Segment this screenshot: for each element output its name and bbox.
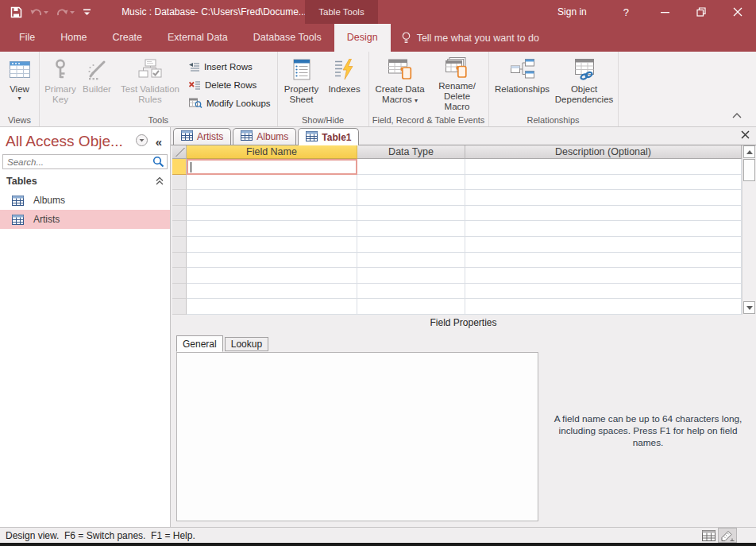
row-selector[interactable]	[172, 206, 187, 222]
document-tab-label: Artists	[197, 131, 223, 142]
nav-item-artists[interactable]: Artists	[0, 210, 170, 229]
tell-me-box[interactable]: Tell me what you want to do	[402, 24, 539, 52]
scroll-up-button[interactable]	[743, 145, 755, 158]
customize-qat-button[interactable]	[83, 9, 91, 16]
data-type-cell[interactable]	[357, 190, 465, 206]
field-name-cell[interactable]	[187, 299, 357, 315]
data-type-cell[interactable]	[357, 221, 465, 237]
search-icon[interactable]	[151, 156, 167, 168]
minimize-button[interactable]	[646, 0, 683, 24]
design-view-icon	[721, 530, 735, 541]
nav-pane-menu-button[interactable]	[136, 134, 148, 149]
close-document-button[interactable]	[741, 130, 750, 139]
row-selector[interactable]	[172, 159, 187, 175]
description-cell[interactable]	[465, 206, 742, 222]
redo-button[interactable]	[56, 7, 75, 17]
ribbon-tab-database-tools[interactable]: Database Tools	[241, 24, 334, 52]
field-properties-label: Field Properties	[171, 315, 756, 330]
nav-group-tables[interactable]: Tables	[0, 172, 170, 191]
ribbon-tab-bar: FileHomeCreateExternal DataDatabase Tool…	[0, 24, 391, 52]
data-type-cell[interactable]	[357, 159, 465, 175]
row-selector[interactable]	[172, 237, 187, 253]
field-name-cell[interactable]	[187, 159, 357, 175]
primary-key-button[interactable]: Primary Key	[42, 53, 79, 112]
vertical-scrollbar[interactable]	[742, 145, 756, 315]
property-sheet-button[interactable]: Property Sheet	[280, 53, 323, 112]
field-name-cell[interactable]	[187, 175, 357, 191]
data-type-cell[interactable]	[357, 268, 465, 284]
description-cell[interactable]	[465, 159, 742, 175]
insert-rows-button[interactable]: Insert Rows	[185, 59, 275, 74]
description-cell[interactable]	[465, 175, 742, 191]
row-selector[interactable]	[172, 253, 187, 269]
close-button[interactable]	[719, 0, 756, 24]
field-name-cell[interactable]	[187, 253, 357, 269]
ribbon-tab-create[interactable]: Create	[100, 24, 156, 52]
data-type-cell[interactable]	[357, 237, 465, 253]
scrollbar-thumb[interactable]	[743, 159, 755, 181]
undo-button[interactable]	[30, 7, 48, 17]
data-type-cell[interactable]	[357, 284, 465, 300]
object-dependencies-button[interactable]: Object Dependencies	[554, 53, 615, 112]
row-selector[interactable]	[172, 175, 187, 191]
description-cell[interactable]	[465, 237, 742, 253]
scroll-down-button[interactable]	[743, 301, 755, 314]
view-icon	[10, 56, 30, 82]
data-type-cell[interactable]	[357, 299, 465, 315]
description-cell[interactable]	[465, 221, 742, 237]
row-selector[interactable]	[172, 299, 187, 315]
data-type-cell[interactable]	[357, 206, 465, 222]
view-button[interactable]: View ▾	[7, 53, 33, 112]
data-macro-icon	[388, 56, 412, 82]
field-name-cell[interactable]	[187, 268, 357, 284]
field-name-cell[interactable]	[187, 237, 357, 253]
indexes-button[interactable]: Indexes	[323, 53, 366, 112]
datasheet-view-button[interactable]	[699, 528, 718, 543]
description-cell[interactable]	[465, 268, 742, 284]
row-selector[interactable]	[172, 190, 187, 206]
data-type-cell[interactable]	[357, 175, 465, 191]
search-input[interactable]	[3, 157, 151, 167]
restore-button[interactable]	[683, 0, 719, 24]
shutter-bar-close-button[interactable]: «	[152, 135, 166, 149]
description-cell[interactable]	[465, 284, 742, 300]
rename-delete-macro-button[interactable]: Rename/ Delete Macro	[429, 53, 486, 112]
modify-lookups-button[interactable]: Modify Lookups	[185, 95, 275, 110]
data-type-cell[interactable]	[357, 253, 465, 269]
field-name-cell[interactable]	[187, 221, 357, 237]
description-cell[interactable]	[465, 190, 742, 206]
test-validation-rules-button[interactable]: Test Validation Rules	[115, 53, 185, 112]
row-selector[interactable]	[172, 221, 187, 237]
field-name-cell[interactable]	[187, 190, 357, 206]
tab-general[interactable]: General	[176, 335, 223, 352]
collapse-ribbon-button[interactable]	[732, 107, 742, 122]
row-selector[interactable]	[172, 284, 187, 300]
nav-pane-title[interactable]: All Access Obje...	[6, 133, 136, 150]
row-selector[interactable]	[172, 268, 187, 284]
tab-lookup[interactable]: Lookup	[225, 337, 268, 351]
document-tab-table1[interactable]: Table1	[298, 128, 359, 145]
design-view-button[interactable]	[718, 528, 737, 543]
sign-in-button[interactable]: Sign in	[538, 6, 606, 17]
create-data-macros-button[interactable]: Create Data Macros ▾	[372, 53, 429, 112]
ribbon-tab-file[interactable]: File	[6, 24, 48, 52]
document-tab-albums[interactable]: Albums	[233, 128, 296, 145]
delete-rows-button[interactable]: Delete Rows	[185, 77, 275, 92]
nav-item-albums[interactable]: Albums	[0, 191, 170, 210]
help-button[interactable]: ?	[606, 6, 646, 18]
dropdown-arrow-icon: ▾	[415, 97, 418, 104]
ribbon-tab-home[interactable]: Home	[48, 24, 99, 52]
ribbon-tab-design[interactable]: Design	[334, 24, 391, 52]
redo-icon	[56, 7, 68, 17]
table-design-grid: Field Name Data Type Description (Option…	[172, 145, 756, 315]
magic-wand-icon	[87, 56, 107, 82]
builder-button[interactable]: Builder	[79, 53, 115, 112]
field-name-cell[interactable]	[187, 206, 357, 222]
field-name-cell[interactable]	[187, 284, 357, 300]
ribbon-tab-external-data[interactable]: External Data	[155, 24, 241, 52]
description-cell[interactable]	[465, 253, 742, 269]
document-tab-artists[interactable]: Artists	[173, 128, 231, 145]
description-cell[interactable]	[465, 299, 742, 315]
relationships-button[interactable]: Relationships	[492, 53, 554, 112]
save-button[interactable]	[10, 6, 22, 18]
